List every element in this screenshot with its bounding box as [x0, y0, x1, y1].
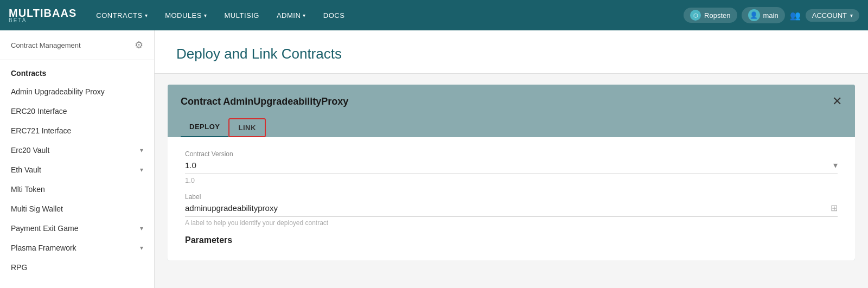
nav-modules[interactable]: MODULES ▾ [158, 7, 213, 24]
person-icon: 👤 [748, 9, 760, 21]
parameters-title: Parameters [185, 235, 838, 245]
label-field-label: Label [185, 193, 838, 201]
sidebar-item-erc721-interface[interactable]: ERC721 Interface [0, 121, 154, 140]
account-badge[interactable]: 👤 main [742, 7, 785, 23]
chevron-down-icon: ▾ [140, 166, 143, 174]
version-value: 1.0 [185, 161, 833, 170]
sidebar: Contract Management ⚙ Contracts Admin Up… [0, 30, 155, 288]
sidebar-item-payment-exit-game[interactable]: Payment Exit Game ▾ [0, 219, 154, 238]
sidebar-item-multi-sig-wallet[interactable]: Multi Sig Wallet [0, 199, 154, 219]
sidebar-item-admin-upgradeability-proxy[interactable]: Admin Upgradeability Proxy [0, 82, 154, 101]
page-header: Deploy and Link Contracts [155, 30, 868, 74]
account-name: main [763, 11, 778, 20]
gear-icon[interactable]: ⚙ [135, 39, 143, 51]
contract-card: Contract AdminUpgradeabilityProxy ✕ DEPL… [168, 85, 855, 260]
close-button[interactable]: ✕ [832, 95, 842, 107]
nav-multisig[interactable]: MULTISIG [218, 7, 265, 24]
contract-card-header: Contract AdminUpgradeabilityProxy ✕ [168, 85, 855, 118]
sidebar-item-rpg[interactable]: RPG [0, 258, 154, 277]
chevron-down-icon: ▾ [140, 146, 143, 154]
sidebar-item-plasma-framework[interactable]: Plasma Framework ▾ [0, 238, 154, 258]
contract-card-title: Contract AdminUpgradeabilityProxy [181, 96, 348, 107]
version-select[interactable]: 1.0 ▾ [185, 160, 838, 174]
logo-beta: BETA [9, 17, 27, 23]
version-group: Contract Version 1.0 ▾ 1.0 [185, 150, 838, 184]
label-group: Label adminupgradeabilityproxy ⊞ A label… [185, 193, 838, 227]
label-help: A label to help you identify your deploy… [185, 219, 838, 227]
top-nav: MULTIBAAS BETA CONTRACTS ▾ MODULES ▾ MUL… [0, 0, 868, 30]
contract-management-label: Contract Management [11, 41, 81, 49]
nav-right: ⬡ Ropsten 👤 main 👥 ACCOUNT ▾ [684, 7, 859, 23]
sidebar-item-mlti-token[interactable]: Mlti Token [0, 180, 154, 199]
main-content: Deploy and Link Contracts Contract Admin… [155, 30, 868, 288]
network-badge[interactable]: ⬡ Ropsten [684, 8, 737, 23]
tab-deploy[interactable]: DEPLOY [181, 118, 228, 137]
account-label: ACCOUNT [812, 11, 847, 20]
sidebar-item-erc20-vault[interactable]: Erc20 Vault ▾ [0, 140, 154, 160]
version-hint: 1.0 [185, 176, 838, 184]
chevron-down-icon: ▾ [204, 12, 207, 18]
users-icon[interactable]: 👥 [789, 9, 801, 21]
version-label: Contract Version [185, 150, 838, 158]
label-value[interactable]: adminupgradeabilityproxy [185, 203, 831, 213]
nav-contracts[interactable]: CONTRACTS ▾ [90, 7, 154, 24]
account-menu[interactable]: ACCOUNT ▾ [806, 9, 859, 22]
sidebar-section-title: Contracts [0, 60, 154, 82]
label-input-wrapper: adminupgradeabilityproxy ⊞ [185, 203, 838, 217]
clipboard-icon[interactable]: ⊞ [831, 203, 838, 213]
logo: MULTIBAAS BETA [9, 7, 76, 23]
sidebar-item-eth-vault[interactable]: Eth Vault ▾ [0, 160, 154, 180]
chevron-down-icon: ▾ [850, 12, 853, 18]
nav-admin[interactable]: ADMIN ▾ [270, 7, 312, 24]
chevron-down-icon: ▾ [140, 244, 143, 252]
sidebar-header: Contract Management ⚙ [0, 30, 154, 60]
chevron-down-icon: ▾ [833, 160, 838, 170]
network-icon: ⬡ [690, 10, 701, 21]
contract-tabs: DEPLOY LINK [168, 118, 855, 137]
chevron-down-icon: ▾ [145, 12, 148, 18]
chevron-down-icon: ▾ [303, 12, 306, 18]
contract-body: Contract Version 1.0 ▾ 1.0 Label adminup… [168, 137, 855, 260]
chevron-down-icon: ▾ [140, 225, 143, 232]
nav-docs[interactable]: DOCS [317, 7, 352, 24]
network-label: Ropsten [704, 11, 730, 20]
layout: Contract Management ⚙ Contracts Admin Up… [0, 30, 868, 288]
tab-link[interactable]: LINK [228, 118, 265, 137]
sidebar-item-erc20-interface[interactable]: ERC20 Interface [0, 101, 154, 121]
page-title: Deploy and Link Contracts [176, 46, 846, 62]
